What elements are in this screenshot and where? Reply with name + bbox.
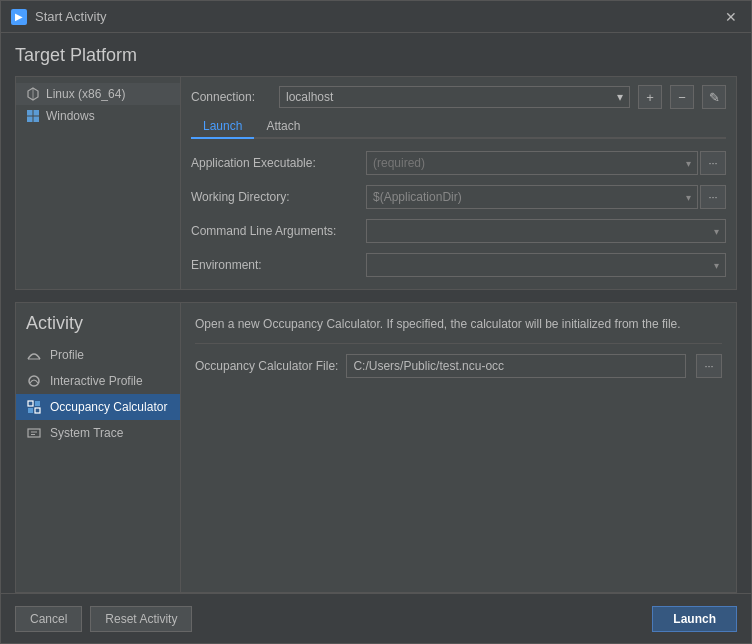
window-title: Start Activity <box>35 9 107 24</box>
linux-icon <box>26 87 40 101</box>
add-connection-button[interactable]: + <box>638 85 662 109</box>
executable-browse-button[interactable]: ··· <box>700 151 726 175</box>
platform-item-linux[interactable]: Linux (x86_64) <box>16 83 180 105</box>
bottom-bar: Cancel Reset Activity Launch <box>1 593 751 643</box>
activity-label-profile: Profile <box>50 348 84 362</box>
working-dir-label: Working Directory: <box>191 190 366 204</box>
connection-label: Connection: <box>191 90 271 104</box>
main-content: Target Platform Linux (x86_64) Windows <box>1 33 751 593</box>
reset-activity-button[interactable]: Reset Activity <box>90 606 192 632</box>
working-dir-row: Working Directory: $(ApplicationDir) ··· <box>191 185 726 209</box>
remove-connection-button[interactable]: − <box>670 85 694 109</box>
environment-row: Environment: <box>191 253 726 277</box>
platform-label-linux: Linux (x86_64) <box>46 87 125 101</box>
activity-list: Activity Profile Interactive Profile <box>16 303 181 592</box>
windows-icon <box>26 109 40 123</box>
executable-row: Application Executable: (required) ··· <box>191 151 726 175</box>
svg-rect-2 <box>27 110 33 116</box>
working-dir-value: $(ApplicationDir) <box>373 190 462 204</box>
bottom-bar-left: Cancel Reset Activity <box>15 606 192 632</box>
svg-rect-3 <box>34 110 40 116</box>
activity-label-interactive-profile: Interactive Profile <box>50 374 143 388</box>
svg-rect-8 <box>28 401 33 406</box>
activity-description: Open a new Occupancy Calculator. If spec… <box>195 315 722 333</box>
activity-content: Open a new Occupancy Calculator. If spec… <box>181 303 736 592</box>
activity-label-system-trace: System Trace <box>50 426 123 440</box>
activity-item-profile[interactable]: Profile <box>16 342 180 368</box>
system-trace-icon <box>26 425 42 441</box>
svg-rect-9 <box>35 401 40 406</box>
working-dir-browse-button[interactable]: ··· <box>700 185 726 209</box>
activity-item-system-trace[interactable]: System Trace <box>16 420 180 446</box>
tabs-row: Launch Attach <box>191 115 726 139</box>
activity-section: Activity Profile Interactive Profile <box>15 302 737 593</box>
title-bar-left: ▶ Start Activity <box>11 9 107 25</box>
profile-icon <box>26 347 42 363</box>
executable-label: Application Executable: <box>191 156 366 170</box>
cmd-args-dropdown[interactable] <box>366 219 726 243</box>
activity-section-title: Activity <box>16 309 180 342</box>
tab-launch[interactable]: Launch <box>191 115 254 139</box>
launch-button[interactable]: Launch <box>652 606 737 632</box>
right-panel: Connection: localhost + − ✎ Launch Attac… <box>181 77 736 289</box>
occupancy-icon <box>26 399 42 415</box>
activity-label-occupancy-calculator: Occupancy Calculator <box>50 400 167 414</box>
svg-rect-4 <box>27 117 33 123</box>
main-window: ▶ Start Activity ✕ Target Platform Linux… <box>0 0 752 644</box>
connection-combo-wrapper: localhost <box>279 86 630 108</box>
app-icon: ▶ <box>11 9 27 25</box>
interactive-profile-icon <box>26 373 42 389</box>
file-row: Occupancy Calculator File: C:/Users/Publ… <box>195 343 722 378</box>
file-input[interactable]: C:/Users/Public/test.ncu-occ <box>346 354 686 378</box>
connection-row: Connection: localhost + − ✎ <box>191 85 726 109</box>
executable-chevron-icon <box>686 158 691 169</box>
platform-label-windows: Windows <box>46 109 95 123</box>
file-label: Occupancy Calculator File: <box>195 359 338 373</box>
cmd-args-row: Command Line Arguments: <box>191 219 726 243</box>
executable-dropdown[interactable]: (required) <box>366 151 698 175</box>
chevron-down-icon <box>617 90 623 104</box>
connection-dropdown[interactable]: localhost <box>279 86 630 108</box>
tab-attach[interactable]: Attach <box>254 115 312 139</box>
executable-placeholder: (required) <box>373 156 425 170</box>
connection-value: localhost <box>286 90 333 104</box>
svg-rect-5 <box>34 117 40 123</box>
activity-item-occupancy-calculator[interactable]: Occupancy Calculator <box>16 394 180 420</box>
file-browse-button[interactable]: ··· <box>696 354 722 378</box>
working-dir-dropdown[interactable]: $(ApplicationDir) <box>366 185 698 209</box>
target-platform-area: Linux (x86_64) Windows Connection: local <box>15 76 737 290</box>
edit-connection-button[interactable]: ✎ <box>702 85 726 109</box>
activity-item-interactive-profile[interactable]: Interactive Profile <box>16 368 180 394</box>
environment-dropdown[interactable] <box>366 253 726 277</box>
close-button[interactable]: ✕ <box>721 7 741 27</box>
svg-point-7 <box>29 376 39 386</box>
svg-rect-12 <box>28 429 40 437</box>
environment-label: Environment: <box>191 258 366 272</box>
svg-rect-10 <box>28 408 33 413</box>
working-dir-chevron-icon <box>686 192 691 203</box>
cmd-args-label: Command Line Arguments: <box>191 224 366 238</box>
cmd-args-chevron-icon <box>714 226 719 237</box>
platform-item-windows[interactable]: Windows <box>16 105 180 127</box>
cancel-button[interactable]: Cancel <box>15 606 82 632</box>
platform-list: Linux (x86_64) Windows <box>16 77 181 289</box>
target-platform-title: Target Platform <box>15 45 737 66</box>
svg-rect-11 <box>35 408 40 413</box>
environment-chevron-icon <box>714 260 719 271</box>
title-bar: ▶ Start Activity ✕ <box>1 1 751 33</box>
